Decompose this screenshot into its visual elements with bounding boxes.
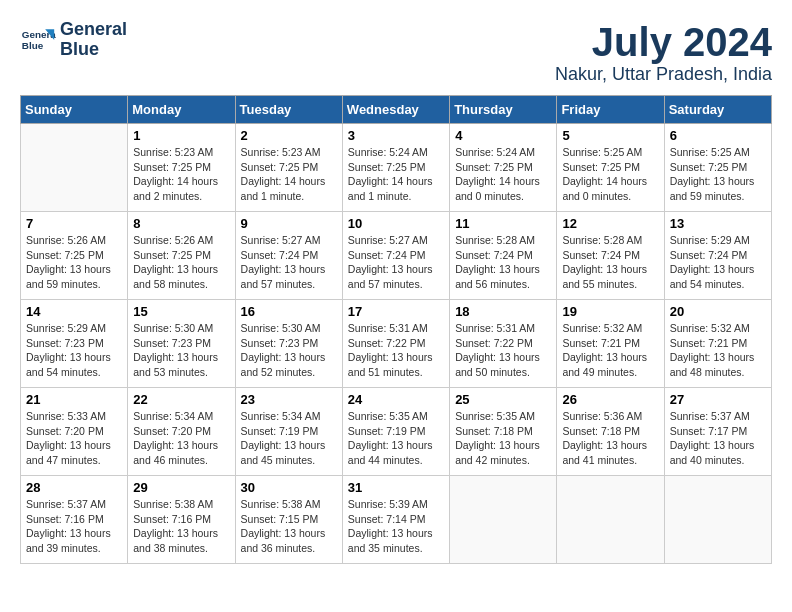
day-info: Sunrise: 5:35 AMSunset: 7:18 PMDaylight:…: [455, 409, 551, 468]
calendar-cell: [450, 476, 557, 564]
calendar-cell: 19Sunrise: 5:32 AMSunset: 7:21 PMDayligh…: [557, 300, 664, 388]
day-info: Sunrise: 5:31 AMSunset: 7:22 PMDaylight:…: [455, 321, 551, 380]
day-info: Sunrise: 5:36 AMSunset: 7:18 PMDaylight:…: [562, 409, 658, 468]
calendar-cell: 1Sunrise: 5:23 AMSunset: 7:25 PMDaylight…: [128, 124, 235, 212]
day-number: 14: [26, 304, 122, 319]
day-info: Sunrise: 5:27 AMSunset: 7:24 PMDaylight:…: [348, 233, 444, 292]
calendar-cell: 16Sunrise: 5:30 AMSunset: 7:23 PMDayligh…: [235, 300, 342, 388]
weekday-header: Saturday: [664, 96, 771, 124]
day-number: 30: [241, 480, 337, 495]
day-info: Sunrise: 5:33 AMSunset: 7:20 PMDaylight:…: [26, 409, 122, 468]
day-info: Sunrise: 5:34 AMSunset: 7:20 PMDaylight:…: [133, 409, 229, 468]
calendar-cell: 14Sunrise: 5:29 AMSunset: 7:23 PMDayligh…: [21, 300, 128, 388]
calendar-cell: 28Sunrise: 5:37 AMSunset: 7:16 PMDayligh…: [21, 476, 128, 564]
day-number: 19: [562, 304, 658, 319]
day-info: Sunrise: 5:37 AMSunset: 7:17 PMDaylight:…: [670, 409, 766, 468]
day-number: 11: [455, 216, 551, 231]
day-number: 29: [133, 480, 229, 495]
calendar-cell: 11Sunrise: 5:28 AMSunset: 7:24 PMDayligh…: [450, 212, 557, 300]
logo-icon: General Blue: [20, 22, 56, 58]
calendar-cell: 27Sunrise: 5:37 AMSunset: 7:17 PMDayligh…: [664, 388, 771, 476]
calendar-cell: 26Sunrise: 5:36 AMSunset: 7:18 PMDayligh…: [557, 388, 664, 476]
day-number: 4: [455, 128, 551, 143]
day-number: 3: [348, 128, 444, 143]
day-info: Sunrise: 5:31 AMSunset: 7:22 PMDaylight:…: [348, 321, 444, 380]
day-info: Sunrise: 5:27 AMSunset: 7:24 PMDaylight:…: [241, 233, 337, 292]
day-number: 1: [133, 128, 229, 143]
day-info: Sunrise: 5:23 AMSunset: 7:25 PMDaylight:…: [241, 145, 337, 204]
day-number: 13: [670, 216, 766, 231]
day-number: 24: [348, 392, 444, 407]
weekday-header-row: SundayMondayTuesdayWednesdayThursdayFrid…: [21, 96, 772, 124]
day-info: Sunrise: 5:25 AMSunset: 7:25 PMDaylight:…: [562, 145, 658, 204]
calendar-cell: [21, 124, 128, 212]
day-info: Sunrise: 5:25 AMSunset: 7:25 PMDaylight:…: [670, 145, 766, 204]
calendar-cell: 15Sunrise: 5:30 AMSunset: 7:23 PMDayligh…: [128, 300, 235, 388]
calendar-cell: 31Sunrise: 5:39 AMSunset: 7:14 PMDayligh…: [342, 476, 449, 564]
day-number: 9: [241, 216, 337, 231]
day-number: 8: [133, 216, 229, 231]
calendar-cell: 9Sunrise: 5:27 AMSunset: 7:24 PMDaylight…: [235, 212, 342, 300]
day-info: Sunrise: 5:28 AMSunset: 7:24 PMDaylight:…: [455, 233, 551, 292]
weekday-header: Tuesday: [235, 96, 342, 124]
day-info: Sunrise: 5:23 AMSunset: 7:25 PMDaylight:…: [133, 145, 229, 204]
calendar-cell: 6Sunrise: 5:25 AMSunset: 7:25 PMDaylight…: [664, 124, 771, 212]
calendar-cell: [664, 476, 771, 564]
title-area: July 2024 Nakur, Uttar Pradesh, India: [555, 20, 772, 85]
day-number: 10: [348, 216, 444, 231]
day-info: Sunrise: 5:28 AMSunset: 7:24 PMDaylight:…: [562, 233, 658, 292]
day-info: Sunrise: 5:38 AMSunset: 7:15 PMDaylight:…: [241, 497, 337, 556]
day-info: Sunrise: 5:29 AMSunset: 7:24 PMDaylight:…: [670, 233, 766, 292]
calendar-cell: 12Sunrise: 5:28 AMSunset: 7:24 PMDayligh…: [557, 212, 664, 300]
calendar-cell: [557, 476, 664, 564]
day-number: 22: [133, 392, 229, 407]
day-info: Sunrise: 5:26 AMSunset: 7:25 PMDaylight:…: [133, 233, 229, 292]
day-info: Sunrise: 5:32 AMSunset: 7:21 PMDaylight:…: [562, 321, 658, 380]
calendar-table: SundayMondayTuesdayWednesdayThursdayFrid…: [20, 95, 772, 564]
day-number: 6: [670, 128, 766, 143]
day-number: 31: [348, 480, 444, 495]
calendar-week-row: 7Sunrise: 5:26 AMSunset: 7:25 PMDaylight…: [21, 212, 772, 300]
day-number: 2: [241, 128, 337, 143]
calendar-week-row: 14Sunrise: 5:29 AMSunset: 7:23 PMDayligh…: [21, 300, 772, 388]
calendar-cell: 13Sunrise: 5:29 AMSunset: 7:24 PMDayligh…: [664, 212, 771, 300]
calendar-week-row: 28Sunrise: 5:37 AMSunset: 7:16 PMDayligh…: [21, 476, 772, 564]
day-number: 7: [26, 216, 122, 231]
logo: General Blue General Blue: [20, 20, 127, 60]
calendar-cell: 21Sunrise: 5:33 AMSunset: 7:20 PMDayligh…: [21, 388, 128, 476]
day-info: Sunrise: 5:39 AMSunset: 7:14 PMDaylight:…: [348, 497, 444, 556]
weekday-header: Friday: [557, 96, 664, 124]
logo-text: General Blue: [60, 20, 127, 60]
day-number: 16: [241, 304, 337, 319]
calendar-cell: 5Sunrise: 5:25 AMSunset: 7:25 PMDaylight…: [557, 124, 664, 212]
day-number: 26: [562, 392, 658, 407]
day-number: 27: [670, 392, 766, 407]
day-info: Sunrise: 5:34 AMSunset: 7:19 PMDaylight:…: [241, 409, 337, 468]
calendar-cell: 17Sunrise: 5:31 AMSunset: 7:22 PMDayligh…: [342, 300, 449, 388]
calendar-week-row: 21Sunrise: 5:33 AMSunset: 7:20 PMDayligh…: [21, 388, 772, 476]
calendar-cell: 7Sunrise: 5:26 AMSunset: 7:25 PMDaylight…: [21, 212, 128, 300]
day-info: Sunrise: 5:37 AMSunset: 7:16 PMDaylight:…: [26, 497, 122, 556]
calendar-cell: 8Sunrise: 5:26 AMSunset: 7:25 PMDaylight…: [128, 212, 235, 300]
day-number: 12: [562, 216, 658, 231]
day-info: Sunrise: 5:29 AMSunset: 7:23 PMDaylight:…: [26, 321, 122, 380]
day-number: 17: [348, 304, 444, 319]
calendar-cell: 20Sunrise: 5:32 AMSunset: 7:21 PMDayligh…: [664, 300, 771, 388]
day-number: 20: [670, 304, 766, 319]
calendar-cell: 25Sunrise: 5:35 AMSunset: 7:18 PMDayligh…: [450, 388, 557, 476]
calendar-cell: 18Sunrise: 5:31 AMSunset: 7:22 PMDayligh…: [450, 300, 557, 388]
day-info: Sunrise: 5:26 AMSunset: 7:25 PMDaylight:…: [26, 233, 122, 292]
weekday-header: Wednesday: [342, 96, 449, 124]
day-info: Sunrise: 5:30 AMSunset: 7:23 PMDaylight:…: [241, 321, 337, 380]
calendar-cell: 24Sunrise: 5:35 AMSunset: 7:19 PMDayligh…: [342, 388, 449, 476]
day-info: Sunrise: 5:24 AMSunset: 7:25 PMDaylight:…: [455, 145, 551, 204]
day-number: 15: [133, 304, 229, 319]
day-info: Sunrise: 5:30 AMSunset: 7:23 PMDaylight:…: [133, 321, 229, 380]
calendar-week-row: 1Sunrise: 5:23 AMSunset: 7:25 PMDaylight…: [21, 124, 772, 212]
weekday-header: Thursday: [450, 96, 557, 124]
day-info: Sunrise: 5:24 AMSunset: 7:25 PMDaylight:…: [348, 145, 444, 204]
weekday-header: Monday: [128, 96, 235, 124]
svg-text:Blue: Blue: [22, 40, 44, 51]
calendar-cell: 2Sunrise: 5:23 AMSunset: 7:25 PMDaylight…: [235, 124, 342, 212]
calendar-cell: 10Sunrise: 5:27 AMSunset: 7:24 PMDayligh…: [342, 212, 449, 300]
